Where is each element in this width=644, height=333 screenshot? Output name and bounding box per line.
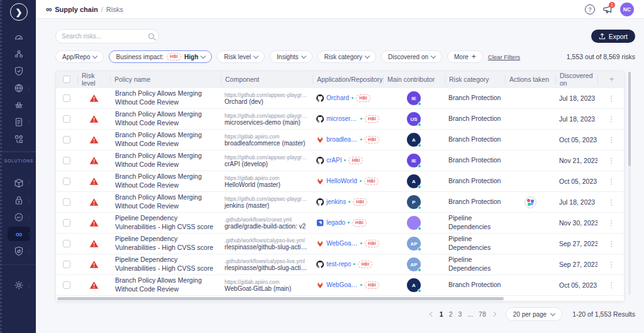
component-name[interactable]: HelloWorld (master) [225, 181, 309, 188]
component-name[interactable]: WebGoat-GitLab (main) [225, 285, 309, 292]
application-link[interactable]: jenkins [326, 198, 346, 205]
sidebar-item-explorer-spy[interactable] [2, 96, 36, 113]
row-menu-icon[interactable]: ⋮ [608, 240, 615, 248]
sidebar-item-supply-chain[interactable]: ∞⋮ [2, 225, 36, 242]
sidebar-item-api[interactable]: API⋮ [2, 208, 36, 225]
header-policy-name[interactable]: Policy name [110, 75, 221, 84]
row-menu-icon[interactable]: ⋮ [608, 198, 615, 206]
filter-chip-more[interactable]: More+ [447, 50, 483, 63]
automation-action-icon[interactable] [525, 196, 536, 208]
add-column-button[interactable]: + [597, 75, 625, 84]
application-link[interactable]: Orchard [326, 94, 349, 101]
contributor-avatar[interactable]: US [407, 112, 421, 126]
clear-filters-link[interactable]: Clear Filters [488, 54, 520, 60]
component-name[interactable]: gradle/gradle-build-action: v2 [225, 223, 309, 230]
application-link[interactable]: WebGoat-GitL... [326, 281, 358, 288]
row-menu-icon[interactable]: ⋮ [608, 157, 615, 165]
header-risk-level[interactable]: Risk level [77, 75, 110, 84]
sidebar-item-shield-check[interactable] [2, 62, 36, 79]
page-number-3[interactable]: 3 [458, 310, 462, 318]
horizontal-scrollbar-thumb[interactable] [57, 297, 504, 300]
header-contributor[interactable]: Main contributor [383, 75, 445, 84]
application-link[interactable]: HelloWorld [326, 178, 357, 184]
header-application[interactable]: Application/Repository [313, 75, 383, 84]
contributor-avatar[interactable]: A [407, 278, 421, 292]
row-menu-icon[interactable]: ⋮ [608, 219, 615, 227]
component-name[interactable]: broadleafcommerce (master) [225, 140, 309, 147]
row-checkbox[interactable] [63, 240, 70, 247]
page-number-1[interactable]: 1 [440, 310, 443, 318]
per-page-select[interactable]: 20 per page [506, 307, 562, 321]
filter-chip-discovered-on[interactable]: Discovered on [381, 50, 442, 63]
sidebar-item-components[interactable] [2, 130, 36, 147]
sidebar-item-globe[interactable]: ⋮ [2, 79, 36, 96]
item-menu-icon[interactable]: ⋮ [26, 248, 31, 254]
policy-name[interactable]: Branch Policy Allows Merging Without Cod… [110, 276, 221, 293]
breadcrumb-module[interactable]: Supply chain [55, 6, 97, 13]
select-all-checkbox[interactable] [63, 76, 70, 83]
component-name[interactable]: microservices-demo (main) [225, 119, 309, 126]
policy-name[interactable]: Pipeline Dependency Vulnerabilities - Hi… [110, 214, 221, 231]
next-page-icon[interactable] [491, 312, 496, 317]
application-link[interactable]: test-repo [326, 261, 351, 268]
item-menu-icon[interactable]: ⋮ [26, 85, 31, 91]
page-number-2[interactable]: 2 [449, 310, 453, 318]
item-menu-icon[interactable]: ⋮ [26, 119, 31, 125]
application-link[interactable]: crAPI [326, 157, 341, 164]
sidebar-item-dashboard[interactable] [2, 28, 36, 45]
item-menu-icon[interactable]: ⋮ [26, 282, 31, 288]
row-checkbox[interactable] [63, 198, 70, 206]
header-risk-category[interactable]: Risk category [445, 75, 505, 84]
header-actions-taken[interactable]: Actions taken [505, 75, 555, 84]
policy-name[interactable]: Pipeline Dependency Vulnerabilities - Hi… [110, 256, 221, 273]
row-checkbox[interactable] [63, 219, 70, 227]
policy-name[interactable]: Pipeline Dependency Vulnerabilities - Hi… [110, 235, 221, 252]
contributor-avatar[interactable]: P [407, 195, 421, 209]
header-discovered-on[interactable]: Discovered on [555, 75, 597, 84]
contributor-avatar[interactable]: AP [407, 257, 421, 271]
sidebar-item-package[interactable]: ⋮ [2, 174, 36, 191]
contributor-avatar[interactable]: IE [407, 154, 421, 167]
row-checkbox[interactable] [63, 178, 70, 185]
search-input[interactable] [62, 33, 145, 40]
row-menu-icon[interactable]: ⋮ [608, 136, 615, 144]
item-menu-icon[interactable]: ⋮ [26, 180, 31, 186]
component-name[interactable]: jenkins (master) [225, 202, 309, 209]
application-link[interactable]: microservices-... [326, 115, 358, 122]
policy-name[interactable]: Branch Policy Allows Merging Without Cod… [110, 89, 221, 106]
filter-chip-insights[interactable]: Insights [270, 50, 312, 63]
row-checkbox[interactable] [63, 94, 70, 102]
help-icon[interactable]: ? [585, 4, 595, 14]
contributor-avatar[interactable]: A [407, 174, 421, 188]
header-component[interactable]: Component [221, 75, 313, 84]
filter-chip-app-repo[interactable]: App/Repo [55, 50, 104, 63]
component-name[interactable]: rlespinasse/github-slug-action... [225, 264, 309, 271]
policy-name[interactable]: Branch Policy Allows Merging Without Cod… [110, 152, 221, 169]
row-checkbox[interactable] [63, 261, 70, 268]
sidebar-item-lock[interactable]: ⋮ [2, 191, 36, 208]
row-checkbox[interactable] [63, 281, 70, 289]
filter-chip-business-impact[interactable]: Business impact:HBIHigh [109, 50, 212, 63]
vertical-scrollbar-thumb[interactable] [628, 72, 631, 166]
application-link[interactable]: WebGoat-GitL... [326, 240, 358, 247]
row-menu-icon[interactable]: ⋮ [608, 115, 615, 123]
sidebar-item-settings[interactable]: ⋮ [2, 276, 36, 293]
item-menu-icon[interactable]: ⋮ [26, 197, 31, 203]
application-link[interactable]: legado [326, 219, 345, 226]
sidebar-item-report[interactable]: ⋮ [2, 113, 36, 130]
row-menu-icon[interactable]: ⋮ [608, 94, 615, 103]
row-menu-icon[interactable]: ⋮ [608, 281, 615, 290]
contributor-avatar[interactable]: AP [407, 237, 421, 251]
contributor-avatar[interactable]: IE [407, 91, 421, 105]
contributor-avatar[interactable] [407, 216, 421, 230]
component-name[interactable]: rlespinasse/github-slug-action... [225, 244, 309, 251]
row-checkbox[interactable] [63, 115, 70, 123]
item-menu-icon[interactable]: ⋮ [26, 214, 31, 220]
filter-chip-risk-category[interactable]: Risk category [318, 50, 377, 63]
sidebar-item-connections[interactable] [2, 45, 36, 62]
contributor-avatar[interactable]: A [407, 133, 421, 147]
policy-name[interactable]: Branch Policy Allows Merging Without Cod… [110, 193, 221, 210]
component-name[interactable]: Orchard (dev) [225, 98, 309, 105]
row-menu-icon[interactable]: ⋮ [608, 261, 615, 269]
row-checkbox[interactable] [63, 136, 70, 144]
